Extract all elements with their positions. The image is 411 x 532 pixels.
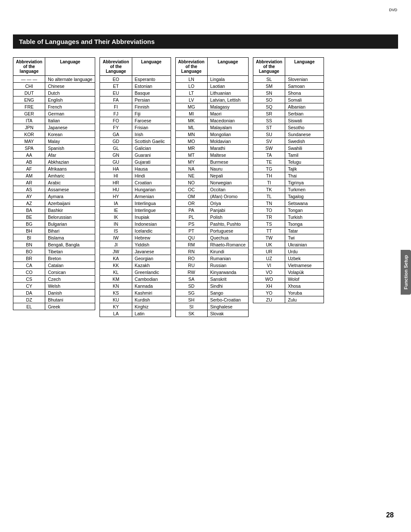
language-cell: Moldavian	[207, 138, 248, 145]
language-cell: Amharic	[45, 172, 95, 179]
language-cell: Gujarati	[132, 159, 171, 165]
col-header-lang-1: Language	[45, 58, 95, 76]
col-header-abbr-3: Abbreviationof theLanguage	[175, 58, 207, 76]
language-cell: Malagasy	[207, 103, 248, 110]
table-row: IEInterlingue	[100, 207, 171, 214]
language-cell: Shona	[285, 90, 324, 96]
abbreviation-cell: LT	[175, 90, 207, 96]
abbreviation-cell: BE	[13, 214, 45, 221]
language-cell: Afar	[45, 152, 95, 159]
language-cell: Tigrinya	[285, 179, 324, 186]
language-cell: Sango	[207, 289, 248, 296]
language-cell: Lithuanian	[207, 90, 248, 96]
language-cell: Kinyarwanda	[207, 269, 248, 276]
abbreviation-cell: GA	[100, 131, 132, 138]
table-row: TNSetswana	[253, 200, 324, 207]
table-row: MAYMalay	[13, 138, 95, 145]
abbreviation-cell: HY	[100, 193, 132, 200]
language-cell: Breton	[45, 255, 95, 262]
abbreviation-cell: RM	[175, 241, 207, 248]
table-row: PTPortuguese	[175, 227, 248, 234]
abbreviation-cell: MY	[175, 159, 207, 165]
abbreviation-cell: PS	[175, 221, 207, 227]
abbreviation-cell: TE	[253, 159, 285, 165]
language-cell: Armenian	[132, 193, 171, 200]
language-cell: Lingala	[207, 76, 248, 83]
abbreviation-cell: VI	[253, 262, 285, 269]
table-row: PLPolish	[175, 214, 248, 221]
table-row: MIMaori	[175, 110, 248, 117]
col-header-abbr-1: Abbreviationof thelanguage	[13, 58, 45, 76]
language-cell: Kashmiri	[132, 289, 171, 296]
abbreviation-cell: TK	[253, 186, 285, 193]
language-cell: Bihari	[45, 227, 95, 234]
table-row: GNGuarani	[100, 152, 171, 159]
language-cell: Volapük	[285, 269, 324, 276]
table-row: KLGreenlandic	[100, 269, 171, 276]
abbreviation-cell: ZU	[253, 296, 285, 303]
abbreviation-cell: CY	[13, 283, 45, 289]
table-row: AAAfar	[13, 152, 95, 159]
abbreviation-cell: BG	[13, 221, 45, 227]
table-row: SDSindhi	[175, 283, 248, 289]
abbreviation-cell: TT	[253, 227, 285, 234]
table-row: KKKazakh	[100, 262, 171, 269]
table-row: NENepali	[175, 172, 248, 179]
abbreviation-cell: AS	[13, 186, 45, 193]
table-row: UZUzbek	[253, 255, 324, 262]
language-cell: Scottish Gaelic	[132, 138, 171, 145]
table-row: KSKashmiri	[100, 289, 171, 296]
table-row: IAInterlingua	[100, 200, 171, 207]
language-cell: Samoan	[285, 83, 324, 90]
abbreviation-cell: SR	[253, 110, 285, 117]
table-row: DADanish	[13, 289, 95, 296]
abbreviation-cell: CS	[13, 276, 45, 283]
language-cell: Belorussian	[45, 214, 95, 221]
table-row: IKInupiak	[100, 214, 171, 221]
table-row: CHIChinese	[13, 83, 95, 90]
language-cell: Yiddish	[132, 241, 171, 248]
table-row: STSesotho	[253, 124, 324, 131]
table-row: AYAymara	[13, 193, 95, 200]
abbreviation-cell: MN	[175, 131, 207, 138]
abbreviation-cell: SO	[253, 96, 285, 103]
col-header-abbr-4: Abbreviationof theLanguage	[253, 58, 285, 76]
table-row: SQAlbanian	[253, 103, 324, 110]
abbreviation-cell: IW	[100, 234, 132, 241]
language-cell: Irish	[132, 131, 171, 138]
language-cell: Turkish	[285, 214, 324, 221]
abbreviation-cell: FA	[100, 96, 132, 103]
table-row: ARArabic	[13, 179, 95, 186]
tables-wrapper: Abbreviationof thelanguage Language — — …	[13, 57, 398, 317]
table-row: FAPersian	[100, 96, 171, 103]
abbreviation-cell: WO	[253, 276, 285, 283]
table-row: TWTwi	[253, 234, 324, 241]
abbreviation-cell: ENG	[13, 96, 45, 103]
abbreviation-cell: AZ	[13, 200, 45, 207]
abbreviation-cell: KU	[100, 296, 132, 303]
language-cell: Basque	[132, 90, 171, 96]
language-cell: Pashto, Pushto	[207, 221, 248, 227]
table-row: FJFiji	[100, 110, 171, 117]
language-cell: Galician	[132, 145, 171, 152]
language-cell: Zulu	[285, 296, 324, 303]
table-row: GUGujarati	[100, 159, 171, 165]
table-row: OROriya	[175, 200, 248, 207]
language-cell: Inupiak	[132, 214, 171, 221]
abbreviation-cell: TN	[253, 200, 285, 207]
language-cell: Welsh	[45, 283, 95, 289]
abbreviation-cell: CO	[13, 269, 45, 276]
language-cell: Bengali, Bangla	[45, 241, 95, 248]
table-row: BGBulgarian	[13, 221, 95, 227]
language-cell: Hindi	[132, 172, 171, 179]
table-row: GERGerman	[13, 110, 95, 117]
language-cell: Laotian	[207, 83, 248, 90]
function-setup-tab: Function Setup	[401, 250, 411, 295]
abbreviation-cell: JI	[100, 241, 132, 248]
abbreviation-cell: HA	[100, 165, 132, 172]
language-cell: Aymara	[45, 193, 95, 200]
table-row: ENGEnglish	[13, 96, 95, 103]
language-cell: Slovak	[207, 310, 248, 317]
table-row: MLMalayalam	[175, 124, 248, 131]
table-row: PAPanjabi	[175, 207, 248, 214]
